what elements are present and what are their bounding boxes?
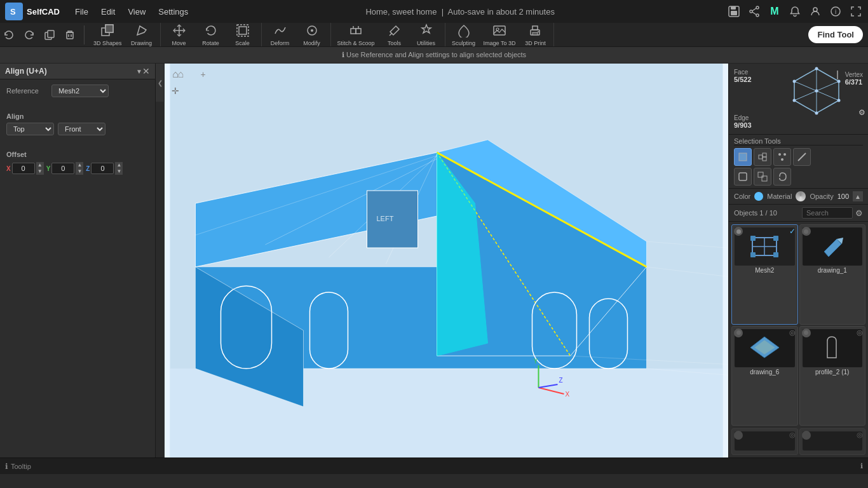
sel-object-mode-icon[interactable] <box>734 168 752 186</box>
align-axis1-select[interactable]: Top Bottom Center Left Right <box>6 123 54 135</box>
menu-view[interactable]: View <box>123 4 151 19</box>
svg-rect-3 <box>731 6 736 10</box>
tool-deform[interactable]: Deform <box>264 24 296 46</box>
obj-visibility-circle-3[interactable] <box>734 329 743 337</box>
tool-sculpting[interactable]: Sculpting <box>448 24 480 46</box>
undo-button[interactable] <box>0 26 18 44</box>
svg-point-78 <box>837 80 840 83</box>
m-icon[interactable]: M <box>768 4 782 18</box>
info-icon[interactable]: i <box>829 4 843 18</box>
geometry-stats: Face 5/522 <box>729 64 868 135</box>
reference-section: Reference Mesh2 drawing_1 drawing_6 prof… <box>0 79 155 107</box>
object-item-profile2[interactable]: ◎ profile_2 (1) <box>799 326 866 426</box>
panel-close-button[interactable]: ✕ <box>142 66 150 76</box>
menu-edit[interactable]: Edit <box>96 4 120 19</box>
tool-utilities[interactable]: Utilities <box>410 24 442 46</box>
tool-drawing[interactable]: Drawing <box>126 24 158 46</box>
obj-visibility-circle-2[interactable] <box>802 227 811 236</box>
offset-z-input[interactable] <box>91 163 114 174</box>
obj-name-profile2: profile_2 (1) <box>803 369 863 376</box>
tooltip-info-button[interactable]: ℹ <box>860 462 863 470</box>
tool-modify[interactable]: Modify <box>296 24 328 46</box>
offset-y-input[interactable] <box>51 163 74 174</box>
clone-button[interactable] <box>41 26 58 44</box>
viewport[interactable]: LEFT X Y Z ⌂ + ⌂ ✛ <box>165 64 728 458</box>
tool-utilities-label: Utilities <box>417 40 435 46</box>
object-item-extra1[interactable]: ◎ <box>731 428 798 455</box>
tool-scale[interactable]: Scale <box>227 24 259 46</box>
panel-settings-icon[interactable]: ⚙ <box>858 108 865 117</box>
align-axis2-select[interactable]: Front Back Center Left Right <box>58 123 105 135</box>
tool-3d-print[interactable]: 3D Print <box>519 24 551 46</box>
svg-line-9 <box>752 12 756 15</box>
z-spin-up[interactable]: ▲ <box>115 162 123 168</box>
user-icon[interactable] <box>808 4 822 18</box>
opacity-value: 100 <box>837 193 849 200</box>
material-picker[interactable] <box>796 191 806 201</box>
svg-point-77 <box>815 67 818 71</box>
objects-extra-row: ◎ ◎ <box>729 428 868 458</box>
reference-select[interactable]: Mesh2 drawing_1 drawing_6 profile_2 (1) <box>51 85 109 97</box>
viewport-compass-icon[interactable]: ✛ <box>168 84 182 98</box>
object-item-mesh2[interactable]: ✓ Mesh2 <box>731 224 798 325</box>
obj-visibility-circle[interactable] <box>734 227 743 236</box>
tool-image-to-3d[interactable]: Image To 3D <box>480 24 520 46</box>
obj-check-icon: ✓ <box>789 227 796 236</box>
x-spin-down[interactable]: ▼ <box>36 168 44 175</box>
svg-rect-85 <box>739 153 747 161</box>
panel-collapse-button[interactable]: ❮ <box>156 64 165 102</box>
stitch-group: Stitch & Scoop Tools Utilities <box>331 23 445 46</box>
panel-header: Align (U+A) ▼ ✕ <box>0 64 155 79</box>
redo-button[interactable] <box>20 26 38 44</box>
svg-text:S: S <box>10 7 16 17</box>
app-logo[interactable]: S SelfCAD <box>5 3 60 20</box>
object-item-extra2[interactable]: ◎ <box>799 428 866 455</box>
tool-stitch-scoop[interactable]: Stitch & Scoop <box>334 24 379 46</box>
sel-vertex-icon[interactable] <box>773 148 791 166</box>
find-tool-button[interactable]: Find Tool <box>808 26 863 43</box>
menu-file[interactable]: File <box>70 4 93 19</box>
objects-settings-icon[interactable]: ⚙ <box>855 208 863 218</box>
color-row: Color Material Opacity 100 ▲ <box>729 189 868 205</box>
svg-line-76 <box>817 91 839 100</box>
viewport-home-icon[interactable]: ⌂ <box>168 67 182 81</box>
object-item-drawing1[interactable]: drawing_1 <box>799 224 866 325</box>
svg-text:Z: Z <box>559 377 563 384</box>
svg-rect-86 <box>759 155 763 159</box>
offset-x-input[interactable] <box>12 163 35 174</box>
sel-face-icon[interactable] <box>734 148 752 166</box>
object-item-drawing6[interactable]: ◎ drawing_6 <box>731 326 798 426</box>
tool-3d-shapes[interactable]: 3D Shapes <box>90 24 126 46</box>
search-input[interactable] <box>802 207 853 219</box>
opacity-increase-button[interactable]: ▲ <box>853 191 863 201</box>
delete-button[interactable] <box>61 26 79 44</box>
sel-multi-mode-icon[interactable] <box>754 168 771 186</box>
obj-extra-thumb2 <box>803 431 863 451</box>
svg-rect-35 <box>532 26 538 30</box>
svg-point-82 <box>792 80 796 83</box>
sel-edge-icon[interactable] <box>793 148 811 166</box>
x-spin-up[interactable]: ▲ <box>36 162 44 168</box>
tool-move[interactable]: Move <box>163 24 195 46</box>
menu-settings[interactable]: Settings <box>153 4 193 19</box>
sel-lasso-mode-icon[interactable] <box>773 168 791 186</box>
color-picker[interactable] <box>754 192 763 201</box>
panel-collapse-arrow[interactable]: ▼ <box>136 68 142 75</box>
color-label: Color <box>734 193 750 200</box>
cube-visualization[interactable] <box>788 69 845 113</box>
svg-line-31 <box>390 33 392 36</box>
obj-visibility-circle-4[interactable] <box>802 329 811 337</box>
share-icon[interactable] <box>747 4 761 18</box>
fullscreen-icon[interactable] <box>849 4 863 18</box>
header-actions: M i <box>727 4 863 18</box>
notification-icon[interactable] <box>788 4 802 18</box>
tool-rotate[interactable]: Rotate <box>195 24 227 46</box>
y-spin-down[interactable]: ▼ <box>76 168 83 175</box>
y-spin-up[interactable]: ▲ <box>76 162 83 168</box>
project-title: Home, sweet home | Auto-save in about 2 … <box>365 7 555 17</box>
save-icon[interactable] <box>727 4 741 18</box>
tool-tools[interactable]: Tools <box>379 24 410 46</box>
sel-box-icon[interactable] <box>754 148 771 166</box>
z-spin-down[interactable]: ▼ <box>115 168 123 175</box>
svg-rect-24 <box>239 27 247 34</box>
